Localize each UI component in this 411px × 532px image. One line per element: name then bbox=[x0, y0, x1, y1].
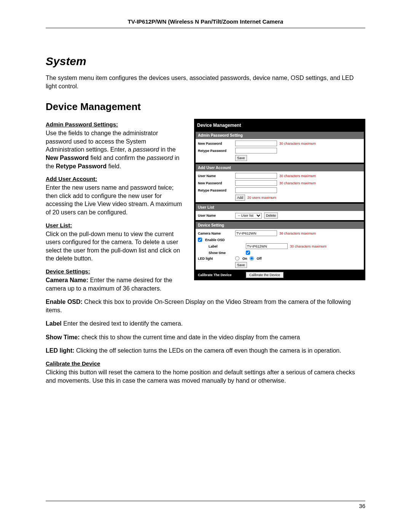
save-button[interactable]: Save bbox=[235, 155, 247, 161]
delete-button[interactable]: Delete bbox=[264, 212, 278, 219]
admin-password-text: Use the fields to change the administrat… bbox=[46, 129, 185, 170]
user-list-text: Click on the pull-down menu to view the … bbox=[46, 230, 185, 263]
hint-20-users: 20 users maximum bbox=[247, 196, 276, 200]
user-name-label-2: User Name bbox=[198, 214, 233, 217]
led-light-label: LED light bbox=[198, 257, 233, 260]
panel-section-admin: Admin Password Setting bbox=[196, 132, 364, 139]
hint-36-chars: 36 characters maximum bbox=[279, 232, 316, 235]
calibrate-section-label: Calibrate The Device bbox=[198, 273, 244, 277]
user-list-select[interactable]: -- User list -- bbox=[235, 213, 262, 219]
new-password-label: New Password bbox=[198, 142, 233, 145]
user-password-input[interactable] bbox=[235, 180, 277, 186]
label-text: Label Enter the desired text to identify… bbox=[46, 320, 365, 328]
led-on-radio[interactable] bbox=[235, 256, 239, 260]
user-name-label: User Name bbox=[198, 174, 233, 178]
enable-osd-label: Enable OSD bbox=[205, 238, 225, 242]
led-light-text: LED light: Clicking the off selection tu… bbox=[46, 347, 365, 355]
user-list-heading: User List: bbox=[46, 222, 185, 228]
retype-password-label-2: Retype Password bbox=[198, 189, 233, 192]
section-intro: The system menu item configures the devi… bbox=[46, 74, 365, 90]
user-retype-password-input[interactable] bbox=[235, 187, 277, 193]
calibrate-heading: Calibrate the Device bbox=[46, 360, 365, 367]
hint-30-chars-4: 30 characters maximum bbox=[290, 244, 327, 248]
device-management-panel: Device Management Admin Password Setting… bbox=[194, 119, 365, 280]
page-number: 36 bbox=[46, 503, 365, 509]
led-off-label: Off bbox=[257, 257, 262, 260]
osd-label-label: Label bbox=[198, 244, 244, 248]
user-name-input[interactable] bbox=[235, 173, 277, 179]
calibrate-text: Clicking this button will reset the came… bbox=[46, 368, 365, 385]
doc-header-title-em: a bbox=[280, 18, 283, 25]
hint-30-chars-3: 30 characters maximum bbox=[279, 181, 316, 185]
show-time-text: Show Time: check this to show the curren… bbox=[46, 333, 365, 342]
show-time-checkbox[interactable] bbox=[246, 251, 250, 255]
camera-name-input[interactable] bbox=[235, 230, 277, 236]
section-title: System bbox=[46, 55, 365, 68]
calibrate-button[interactable]: Calibrate the Device bbox=[246, 272, 284, 278]
camera-name-text: Camera Name: Enter the name desired for … bbox=[46, 276, 185, 292]
osd-label-input[interactable] bbox=[246, 243, 288, 249]
admin-password-heading: Admin Password Settings: bbox=[46, 121, 185, 128]
panel-section-add-user: Add User Account bbox=[196, 164, 364, 171]
add-user-text: Enter the new users name and password tw… bbox=[46, 184, 185, 216]
doc-header: TV-IP612P/WN (Wireless N Pan/Tilt/Zoom I… bbox=[46, 18, 365, 28]
page-title: Device Management bbox=[46, 101, 365, 113]
led-on-label: On bbox=[242, 257, 247, 260]
save-button-2[interactable]: Save bbox=[235, 262, 247, 268]
panel-section-device-setting: Device Setting bbox=[196, 222, 364, 229]
panel-section-user-list: User List bbox=[196, 204, 364, 211]
panel-title: Device Management bbox=[196, 120, 364, 130]
led-off-radio[interactable] bbox=[250, 256, 254, 260]
add-button[interactable]: Add bbox=[235, 195, 245, 201]
footer-rule bbox=[46, 501, 365, 501]
device-settings-heading: Device Settings: bbox=[46, 268, 185, 275]
retype-password-label: Retype Password bbox=[198, 149, 233, 153]
hint-30-chars: 30 characters maximum bbox=[279, 142, 316, 145]
header-rule bbox=[46, 28, 365, 28]
new-password-input[interactable] bbox=[235, 141, 277, 146]
enable-osd-checkbox[interactable] bbox=[198, 238, 202, 242]
hint-30-chars-2: 30 characters maximum bbox=[279, 174, 316, 178]
show-time-label: Show time bbox=[198, 251, 244, 255]
enable-osd-text: Enable OSD: Check this box to provide On… bbox=[46, 298, 365, 314]
add-user-heading: Add User Account: bbox=[46, 176, 185, 182]
new-password-label-2: New Password bbox=[198, 181, 233, 185]
doc-header-title: TV-IP612P/WN (Wireless N Pan/Tilt/Zoom I… bbox=[128, 18, 280, 25]
retype-password-input[interactable] bbox=[235, 148, 277, 153]
camera-name-label: Camera Name bbox=[198, 232, 233, 235]
